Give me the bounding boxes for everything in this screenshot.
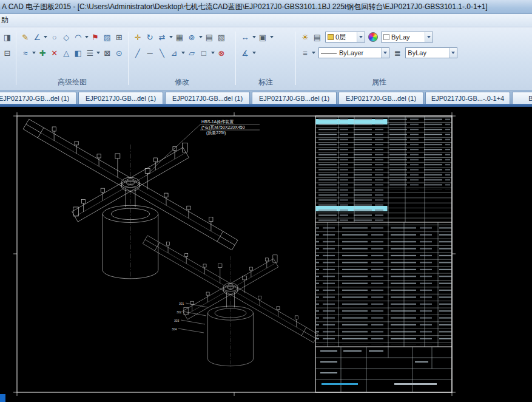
angular-dim-tool-icon[interactable]: ∡ bbox=[239, 46, 251, 60]
document-tab-label: EJP0217J0-GB...del (1) bbox=[172, 95, 243, 102]
layer-swatch-icon bbox=[328, 34, 334, 40]
color-wheel-icon[interactable] bbox=[368, 32, 378, 42]
break-tool-icon[interactable]: ⊗ bbox=[215, 46, 227, 60]
lineweight-icon[interactable]: ≣ bbox=[391, 46, 403, 60]
linetype-select[interactable]: ByLayer bbox=[318, 47, 390, 58]
fillet-tool-icon[interactable]: ⊿ bbox=[168, 46, 180, 60]
chamfer-tool-icon[interactable]: ╲ bbox=[156, 46, 168, 60]
combo-dropdown-icon[interactable] bbox=[449, 48, 457, 58]
dropdown-arrow-icon[interactable] bbox=[311, 50, 317, 56]
table-tool-icon[interactable]: ⊞ bbox=[113, 30, 125, 44]
annotation-line-1: HBS-1A操作装置 bbox=[201, 120, 234, 124]
document-tabbar: EJP0217J0-GB...del (1) EJP0217J0-GB...de… bbox=[0, 90, 532, 107]
dropdown-arrow-icon[interactable] bbox=[251, 50, 257, 56]
dropdown-arrow-icon[interactable] bbox=[168, 34, 173, 40]
layer-visibility-icon[interactable]: ☀ bbox=[299, 30, 311, 44]
dropdown-arrow-icon[interactable] bbox=[96, 50, 101, 56]
menubar: 助 bbox=[0, 14, 532, 27]
linetype-select-value: ByLayer bbox=[339, 49, 382, 56]
scroll-corner-chip[interactable] bbox=[0, 394, 5, 402]
partial-tool-b-icon[interactable]: ⊟ bbox=[2, 46, 13, 60]
dropdown-arrow-icon[interactable] bbox=[269, 34, 274, 40]
arc-tool-icon[interactable]: ◠ bbox=[72, 30, 84, 44]
halfplane-tool-icon[interactable]: ◧ bbox=[72, 46, 84, 60]
partial-tool-a-icon[interactable]: ◨ bbox=[2, 30, 13, 44]
delete-tool-icon[interactable]: ✕ bbox=[49, 46, 61, 60]
layer-select[interactable]: 0层 bbox=[325, 32, 365, 43]
polygon-tool-icon[interactable]: ◇ bbox=[60, 30, 72, 44]
text-dim-tool-icon[interactable]: ▣ bbox=[257, 30, 269, 44]
dropdown-arrow-icon[interactable] bbox=[43, 34, 49, 40]
mirror-tool-icon[interactable]: ⇄ bbox=[156, 30, 168, 44]
plus-tool-icon[interactable]: ✚ bbox=[36, 46, 49, 60]
lineweight-select-value: ByLay bbox=[408, 49, 449, 56]
color-select[interactable]: ByLay bbox=[381, 32, 433, 43]
document-tab-7[interactable]: B101C1101.0-...d bbox=[512, 92, 532, 104]
linear-dim-tool-icon[interactable]: ↔ bbox=[239, 30, 251, 44]
document-tab-label: EJP0217J0-GB...del (1) bbox=[346, 95, 416, 102]
document-tab-5[interactable]: EJP0217J0-GB...del (1) bbox=[338, 92, 423, 104]
dropdown-arrow-icon[interactable] bbox=[198, 34, 203, 40]
circular-array-tool-icon[interactable]: ⊚ bbox=[186, 30, 198, 44]
document-tab-4[interactable]: EJP0217J0-GB...del (1) bbox=[252, 92, 337, 104]
layer-panel-icon[interactable]: ▤ bbox=[311, 30, 323, 44]
ribbon-group-label-advanced-draw: 高级绘图 bbox=[18, 76, 127, 90]
document-tab-6[interactable]: EJP0217J0-GB...-.0-1+4 bbox=[425, 92, 510, 104]
offset-tool-icon[interactable]: ─ bbox=[144, 46, 156, 60]
document-tab-2[interactable]: EJP0217J0-GB...del (1) bbox=[78, 92, 163, 104]
flag-tool-icon[interactable]: ⚑ bbox=[89, 30, 101, 44]
dropdown-arrow-icon[interactable] bbox=[180, 50, 186, 56]
linetype-icon[interactable]: ≡ bbox=[299, 46, 311, 60]
pencil-tool-icon[interactable]: ✎ bbox=[19, 30, 32, 44]
dropdown-arrow-icon[interactable] bbox=[251, 34, 257, 40]
dropdown-arrow-icon[interactable] bbox=[210, 50, 215, 56]
document-tab-label: EJP0217J0-GB...del (1) bbox=[259, 95, 329, 102]
scale-tool-icon[interactable]: ▱ bbox=[186, 46, 198, 60]
dropdown-arrow-icon[interactable] bbox=[84, 34, 90, 40]
circle-tool-icon[interactable]: ○ bbox=[49, 30, 61, 44]
trim-tool-icon[interactable]: ╱ bbox=[132, 46, 144, 60]
ribbon-group-properties: ☀ ▤ 0层 ByLay ≡ bbox=[297, 29, 461, 90]
hatch-tool-icon[interactable]: ▨ bbox=[101, 30, 113, 44]
layers-tool-icon[interactable]: ☰ bbox=[84, 46, 96, 60]
ribbon-group-label-properties: 属性 bbox=[297, 76, 461, 90]
lineweight-select[interactable]: ByLay bbox=[405, 47, 457, 58]
combo-dropdown-icon[interactable] bbox=[425, 32, 433, 42]
rotate-tool-icon[interactable]: ↻ bbox=[144, 30, 156, 44]
drawing-canvas-svg: HBS-1A操作装置 (*石)瓦M750X220X450 (质量225t) 30… bbox=[0, 107, 532, 402]
title-block bbox=[315, 116, 452, 392]
ribbon-separator bbox=[16, 32, 16, 85]
window-title: A CAD 电子图板2015 - [C:\Users\Administrator… bbox=[2, 2, 488, 11]
ribbon-group-cut: ◨ ⊟ bbox=[0, 29, 15, 90]
triangle-tool-icon[interactable]: △ bbox=[60, 46, 72, 60]
color-swatch-icon bbox=[383, 34, 389, 40]
annotation-line-3: (质量225t) bbox=[206, 131, 226, 135]
document-tab-label: EJP0217J0-GB...del (1) bbox=[0, 95, 69, 102]
document-tab-label: EJP0217J0-GB...del (1) bbox=[86, 95, 156, 102]
dropdown-arrow-icon[interactable] bbox=[32, 50, 37, 56]
document-tab-3[interactable]: EJP0217J0-GB...del (1) bbox=[165, 92, 250, 104]
annotation-line-2: (*石)瓦M750X220X450 bbox=[201, 125, 245, 130]
stretch-tool-icon[interactable]: ▤ bbox=[203, 30, 215, 44]
target-tool-icon[interactable]: ⊙ bbox=[113, 46, 125, 60]
explode-tool-icon[interactable]: □ bbox=[198, 46, 210, 60]
document-tab-1[interactable]: EJP0217J0-GB...del (1) bbox=[0, 92, 76, 104]
color-select-value: ByLay bbox=[391, 33, 425, 41]
combo-dropdown-icon[interactable] bbox=[357, 32, 365, 42]
document-tab-label: B101C1101.0-...d bbox=[528, 95, 532, 102]
callout-block: 301 302 303 304 bbox=[172, 302, 207, 333]
array-tool-icon[interactable]: ▦ bbox=[173, 30, 186, 44]
drawing-canvas[interactable]: HBS-1A操作装置 (*石)瓦M750X220X450 (质量225t) 30… bbox=[0, 107, 532, 402]
shade-tool-icon[interactable]: ▧ bbox=[215, 30, 227, 44]
boxcross-tool-icon[interactable]: ⊠ bbox=[101, 46, 113, 60]
curve-tool-icon[interactable]: ≈ bbox=[19, 46, 32, 60]
ribbon-separator bbox=[235, 32, 236, 85]
angle-tool-icon[interactable]: ∠ bbox=[32, 30, 44, 44]
combo-dropdown-icon[interactable] bbox=[381, 48, 389, 58]
ribbon-group-dimension: ↔ ▣ ∡ 标注 bbox=[237, 29, 294, 90]
menu-item-help[interactable]: 助 bbox=[0, 14, 12, 27]
ribbon-group-label-modify: 修改 bbox=[130, 76, 234, 90]
callout-3: 303 bbox=[174, 319, 180, 322]
move-tool-icon[interactable]: ✛ bbox=[132, 30, 144, 44]
document-tab-label: EJP0217J0-GB...-.0-1+4 bbox=[431, 95, 504, 102]
